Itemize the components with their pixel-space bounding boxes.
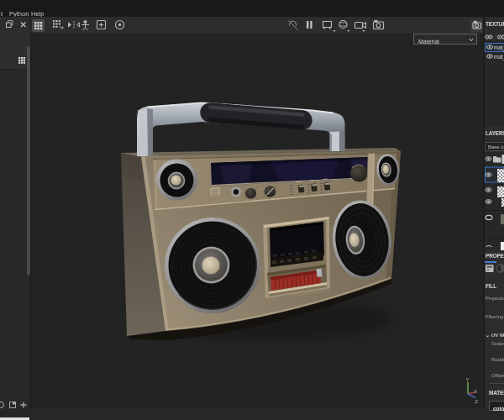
svg-text:X: X [475, 389, 478, 394]
svg-text:Y: Y [466, 377, 470, 382]
svg-text:Z: Z [475, 399, 479, 404]
